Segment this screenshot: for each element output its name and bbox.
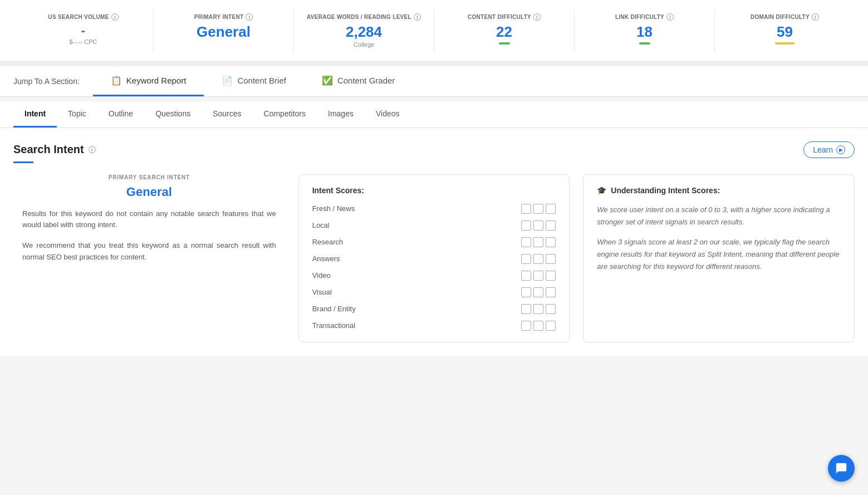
jump-nav: Jump To A Section: 📋 Keyword Report 📄 Co… [0, 66, 868, 97]
divider-1 [0, 62, 868, 66]
tab-sources[interactable]: Sources [202, 101, 252, 128]
content-difficulty-label: CONTENT DIFFICULTY [468, 14, 531, 20]
score-box [533, 271, 543, 281]
intent-description-1: Results for this keyword do not contain … [22, 208, 276, 232]
score-row-video: Video [312, 271, 556, 281]
tab-questions[interactable]: Questions [144, 101, 202, 128]
score-box [546, 254, 556, 264]
jump-nav-label: Jump To A Section: [13, 68, 93, 95]
jump-tab-keyword-report[interactable]: 📋 Keyword Report [93, 66, 204, 96]
score-row-fresh: Fresh / News [312, 204, 556, 214]
understanding-para-1: We score user intent on a scale of 0 to … [597, 204, 841, 228]
tab-intent[interactable]: Intent [13, 101, 57, 128]
score-boxes-transactional [521, 321, 556, 331]
avg-words-sub: College [303, 41, 425, 48]
scores-list: Fresh / News Local Res [312, 204, 556, 331]
top-metrics-bar: US SEARCH VOLUME i - $--.-- CPC PRIMARY … [0, 0, 868, 62]
intent-scores-card: Intent Scores: Fresh / News Local [298, 174, 570, 342]
domain-difficulty-info-icon[interactable]: i [812, 13, 819, 21]
score-box [521, 237, 531, 247]
score-box [521, 304, 531, 314]
search-intent-header: Search Intent i Learn ▶ [13, 141, 855, 158]
understanding-title: 🎓 Understanding Intent Scores: [597, 186, 841, 195]
us-search-volume-info-icon[interactable]: i [111, 13, 119, 21]
content-difficulty-metric: CONTENT DIFFICULTY i 22 [434, 9, 575, 52]
score-box [546, 204, 556, 214]
tab-topic[interactable]: Topic [57, 101, 97, 128]
score-boxes-visual [521, 287, 556, 297]
score-label-local: Local [312, 221, 374, 229]
score-row-brand: Brand / Entity [312, 304, 556, 314]
domain-difficulty-label: DOMAIN DIFFICULTY [751, 14, 810, 20]
score-box [521, 254, 531, 264]
us-search-volume-label: US SEARCH VOLUME [48, 14, 109, 20]
score-boxes-video [521, 271, 556, 281]
us-search-volume-value: - [22, 24, 144, 37]
score-label-research: Research [312, 238, 374, 246]
score-label-video: Video [312, 271, 374, 280]
score-box [533, 204, 543, 214]
section-underline [13, 161, 33, 163]
intent-grid: PRIMARY SEARCH INTENT General Results fo… [13, 174, 855, 342]
score-boxes-brand [521, 304, 556, 314]
link-difficulty-bar [639, 42, 650, 45]
intent-left-col: PRIMARY SEARCH INTENT General Results fo… [13, 174, 285, 342]
us-search-volume-metric: US SEARCH VOLUME i - $--.-- CPC [13, 9, 154, 52]
content-difficulty-bar [499, 42, 510, 45]
content-brief-icon: 📄 [222, 75, 233, 86]
score-box [546, 287, 556, 297]
understanding-card: 🎓 Understanding Intent Scores: We score … [583, 174, 855, 342]
score-box [546, 321, 556, 331]
us-search-volume-sub: $--.-- CPC [22, 38, 144, 45]
tab-outline[interactable]: Outline [97, 101, 144, 128]
primary-intent-value: General [163, 24, 285, 40]
search-intent-info-icon[interactable]: i [89, 146, 96, 153]
score-box [533, 254, 543, 264]
jump-tab-content-grader[interactable]: ✅ Content Grader [304, 66, 413, 96]
score-row-answers: Answers [312, 254, 556, 264]
score-row-transactional: Transactional [312, 321, 556, 331]
score-label-brand: Brand / Entity [312, 305, 374, 313]
score-row-research: Research [312, 237, 556, 247]
keyword-report-label: Keyword Report [126, 76, 187, 85]
avg-words-info-icon[interactable]: i [414, 13, 421, 21]
domain-difficulty-metric: DOMAIN DIFFICULTY i 59 [715, 9, 855, 52]
content-brief-label: Content Brief [237, 76, 286, 85]
content-grader-label: Content Grader [337, 76, 395, 85]
score-box [533, 287, 543, 297]
score-label-fresh: Fresh / News [312, 204, 374, 213]
score-label-visual: Visual [312, 288, 374, 296]
jump-tab-content-brief[interactable]: 📄 Content Brief [204, 66, 304, 96]
tab-competitors[interactable]: Competitors [253, 101, 317, 128]
learn-button[interactable]: Learn ▶ [803, 141, 855, 158]
score-box [533, 321, 543, 331]
score-boxes-local [521, 220, 556, 231]
score-box [533, 220, 543, 231]
score-row-local: Local [312, 220, 556, 231]
primary-intent-info-icon[interactable]: i [246, 13, 253, 21]
score-box [546, 304, 556, 314]
score-box [521, 287, 531, 297]
graduation-icon: 🎓 [597, 186, 606, 195]
tab-images[interactable]: Images [317, 101, 365, 128]
link-difficulty-value: 18 [583, 24, 705, 40]
content-difficulty-value: 22 [443, 24, 565, 40]
score-label-answers: Answers [312, 254, 374, 263]
intent-description-2: We recommend that you treat this keyword… [22, 240, 276, 263]
section-tabs: Intent Topic Outline Questions Sources C… [0, 101, 868, 128]
content-difficulty-info-icon[interactable]: i [533, 13, 541, 21]
tab-videos[interactable]: Videos [365, 101, 411, 128]
score-box [546, 220, 556, 231]
understanding-para-2: When 3 signals score at least 2 on our s… [597, 236, 841, 273]
primary-intent-label: PRIMARY INTENT [194, 14, 244, 20]
score-label-transactional: Transactional [312, 321, 374, 330]
link-difficulty-label: LINK DIFFICULTY [615, 14, 664, 20]
primary-search-intent-value: General [22, 185, 276, 199]
avg-words-label: AVERAGE WORDS / READING LEVEL [307, 14, 411, 20]
score-box [546, 271, 556, 281]
link-difficulty-info-icon[interactable]: i [666, 13, 674, 21]
play-icon: ▶ [836, 145, 845, 154]
main-content: Search Intent i Learn ▶ PRIMARY SEARCH I… [0, 128, 868, 356]
score-box [521, 204, 531, 214]
score-box [533, 304, 543, 314]
